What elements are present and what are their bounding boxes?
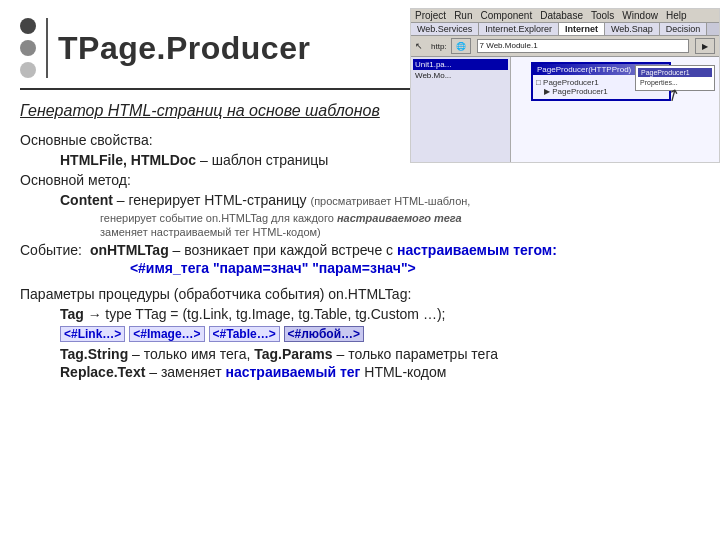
event-section: Событие: onHTMLTag – возникает при каждо… xyxy=(20,242,700,276)
event-text: – возникает при каждой встрече с xyxy=(173,242,397,258)
tab-decision[interactable]: Decision xyxy=(660,23,708,35)
method-small-1: (просматривает HTML-шаблон, xyxy=(310,195,470,207)
properties-html: HTMLFile, HTMLDoc xyxy=(60,152,196,168)
replacetext-text: – заменяет xyxy=(149,364,225,380)
tag-box-any: <#любой…> xyxy=(284,326,365,342)
tag-box-link: <#Link…> xyxy=(60,326,125,342)
event-line-1: onHTMLTag – возникает при каждой встрече… xyxy=(90,242,557,258)
inspector-title: PageProducer1 xyxy=(638,68,712,77)
event-label: Событие: xyxy=(20,242,82,258)
method-small-3: заменяет настраиваемый тег HTML-кодом) xyxy=(100,226,700,238)
tab-internet[interactable]: Internet xyxy=(559,23,605,35)
properties-title: Основные свойства: xyxy=(20,132,153,148)
arrow-symbol: → xyxy=(88,307,106,322)
replacetext-line: Replace.Text – заменяет настраиваемый те… xyxy=(60,364,700,380)
event-handler: onHTMLTag xyxy=(90,242,169,258)
event-blue: настраиваемым тегом: xyxy=(397,242,557,258)
menu-run[interactable]: Run xyxy=(454,10,472,21)
method-section: Основной метод: xyxy=(20,172,700,188)
method-content-text: – генерирует HTML-страницу xyxy=(117,192,311,208)
preview-toolbar: ↖ http: 🌐 7 Web.Module.1 ▶ xyxy=(411,36,719,57)
menu-window[interactable]: Window xyxy=(622,10,658,21)
params-title-text: Параметры процедуры (обработчика события… xyxy=(20,286,411,302)
left-panel-item-2[interactable]: Web.Mo... xyxy=(413,70,508,81)
tagparams-text: – только параметры тега xyxy=(336,346,498,362)
preview-menubar: Project Run Component Database Tools Win… xyxy=(411,9,719,23)
replacetext-end: HTML-кодом xyxy=(364,364,446,380)
preview-body: Unit1.pa... Web.Mo... PageProducer(HTTPP… xyxy=(411,57,719,163)
tagstring-line: Tag.String – только имя тега, Tag.Params… xyxy=(60,346,700,362)
method-title: Основной метод: xyxy=(20,172,131,188)
tab-websnap[interactable]: Web.Snap xyxy=(605,23,660,35)
menu-help[interactable]: Help xyxy=(666,10,687,21)
tag-boxes-line: <#Link…> <#Image…> <#Table…> <#любой…> xyxy=(60,325,700,342)
menu-component[interactable]: Component xyxy=(480,10,532,21)
dot-2 xyxy=(20,40,36,56)
tag-line: Tag → type TTag = (tg.Link, tg.Image, tg… xyxy=(60,306,700,323)
method-small-2: генерирует событие on.HTMLTag для каждог… xyxy=(100,212,700,224)
event-tag: <#имя_тега "парам=знач" "парам=знач"> xyxy=(130,260,416,276)
tagstring-text: – только имя тега, xyxy=(132,346,254,362)
left-panel-item-1[interactable]: Unit1.pa... xyxy=(413,59,508,70)
tab-ie[interactable]: Internet.Explorer xyxy=(479,23,559,35)
dot-1 xyxy=(20,18,36,34)
method-italic: настраиваемого тега xyxy=(337,212,462,224)
params-title: Параметры процедуры (обработчика события… xyxy=(20,286,700,302)
method-content-bold: Content xyxy=(60,192,113,208)
tag-label: Tag xyxy=(60,306,84,322)
preview-main-panel: PageProducer(HTTPProd) ✕ □ PageProducer1… xyxy=(511,57,719,163)
menu-database[interactable]: Database xyxy=(540,10,583,21)
replacetext-label: Replace.Text xyxy=(60,364,145,380)
preview-tab-bar: Web.Services Internet.Explorer Internet … xyxy=(411,23,719,36)
tab-webservices[interactable]: Web.Services xyxy=(411,23,479,35)
dots-column xyxy=(20,18,48,78)
tag-box-image: <#Image…> xyxy=(129,326,204,342)
event-body: onHTMLTag – возникает при каждой встрече… xyxy=(90,242,557,276)
tag-box-table: <#Table…> xyxy=(209,326,280,342)
tagstring-label: Tag.String xyxy=(60,346,128,362)
page-title: TPage.Producer xyxy=(58,30,310,67)
screenshot-preview: Project Run Component Database Tools Win… xyxy=(410,8,720,163)
toolbar-btn-1[interactable]: 🌐 xyxy=(451,38,471,54)
event-tag-line: <#имя_тега "парам=знач" "парам=знач"> xyxy=(130,260,557,276)
menu-tools[interactable]: Tools xyxy=(591,10,614,21)
params-section: Параметры процедуры (обработчика события… xyxy=(20,286,700,380)
properties-rest: – шаблон страницы xyxy=(200,152,328,168)
method-body: Content – генерирует HTML-страницу (прос… xyxy=(60,192,700,208)
toolbar-btn-2[interactable]: ▶ xyxy=(695,38,715,54)
dot-3 xyxy=(20,62,36,78)
replacetext-blue: настраиваемый тег xyxy=(225,364,360,380)
preview-left-panel: Unit1.pa... Web.Mo... xyxy=(411,57,511,163)
tag-type: type TTag = (tg.Link, tg.Image, tg.Table… xyxy=(105,306,445,322)
menu-project[interactable]: Project xyxy=(415,10,446,21)
tagparams-label: Tag.Params xyxy=(254,346,332,362)
